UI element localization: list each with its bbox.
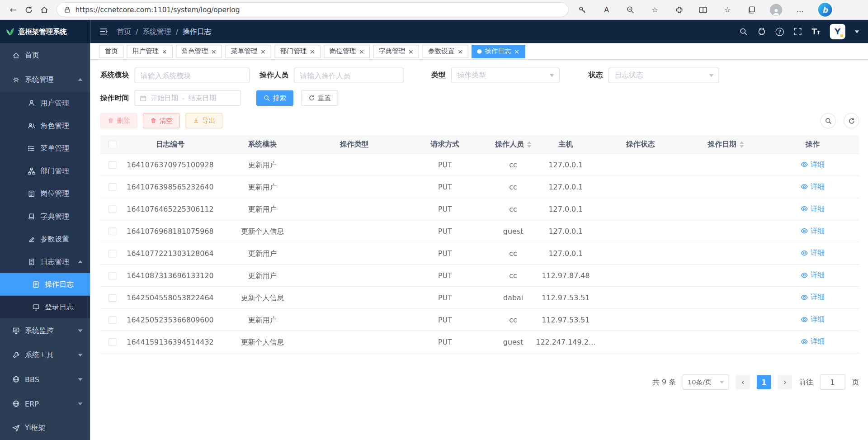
row-checkbox[interactable]	[108, 272, 116, 280]
sidebar-item-yi-framework[interactable]: Yi框架	[0, 416, 90, 440]
detail-link[interactable]: 详细	[801, 204, 825, 214]
row-checkbox[interactable]	[108, 184, 116, 191]
row-checkbox[interactable]	[108, 228, 116, 236]
tab-menu-mgmt[interactable]: 菜单管理×	[226, 45, 272, 58]
delete-button[interactable]: 删除	[100, 113, 137, 128]
collections-icon[interactable]	[745, 4, 758, 16]
operator-filter-input[interactable]	[294, 67, 403, 83]
tab-post-mgmt[interactable]: 岗位管理×	[324, 45, 370, 58]
close-icon[interactable]: ×	[408, 48, 414, 55]
sort-icon[interactable]	[739, 141, 744, 148]
refresh-button[interactable]	[21, 1, 37, 18]
sidebar-item-bbs[interactable]: BBS	[0, 367, 90, 392]
detail-link[interactable]: 详细	[801, 270, 825, 280]
row-checkbox[interactable]	[108, 206, 116, 213]
back-button[interactable]: ←	[5, 1, 21, 18]
date-range-picker[interactable]: 开始日期 - 结束日期	[135, 90, 241, 106]
tab-user-mgmt[interactable]: 用户管理×	[127, 45, 173, 58]
favorite-add-icon[interactable]: ☆	[649, 4, 661, 16]
module-filter-input[interactable]	[135, 67, 250, 83]
password-key-icon[interactable]	[576, 4, 589, 16]
user-avatar[interactable]: Y	[830, 24, 845, 39]
row-checkbox[interactable]	[108, 338, 116, 346]
profile-avatar[interactable]	[770, 4, 782, 16]
sidebar-item-login-log[interactable]: 登录日志	[0, 296, 90, 318]
sidebar-item-log-mgmt[interactable]: 日志管理	[0, 251, 90, 273]
close-icon[interactable]: ×	[260, 48, 266, 55]
toggle-search-button[interactable]	[821, 113, 836, 128]
tab-role-mgmt[interactable]: 角色管理×	[176, 45, 222, 58]
sidebar-item-post-mgmt[interactable]: 岗位管理	[0, 183, 90, 205]
detail-link[interactable]: 详细	[801, 160, 825, 170]
read-aloud-icon[interactable]: A	[600, 4, 613, 16]
search-button[interactable]: 搜索	[256, 90, 293, 106]
sidebar-item-home[interactable]: 首页	[0, 43, 90, 68]
sidebar-item-menu-mgmt[interactable]: 菜单管理	[0, 137, 90, 160]
search-icon[interactable]	[739, 27, 748, 36]
close-icon[interactable]: ×	[162, 48, 167, 55]
goto-page-input[interactable]	[820, 374, 845, 390]
row-checkbox[interactable]	[108, 250, 116, 258]
select-all-checkbox[interactable]	[108, 141, 116, 148]
breadcrumb-home[interactable]: 首页	[117, 27, 131, 37]
url-text[interactable]: https://ccnetcore.com:1101/system/log/op…	[75, 5, 240, 14]
detail-link[interactable]: 详细	[801, 182, 825, 192]
detail-link[interactable]: 详细	[801, 248, 825, 258]
tab-home[interactable]: 首页	[99, 45, 123, 58]
detail-link[interactable]: 详细	[801, 293, 825, 303]
tab-oper-log[interactable]: 操作日志×	[472, 45, 525, 58]
close-icon[interactable]: ×	[310, 48, 315, 55]
row-checkbox[interactable]	[108, 294, 116, 302]
favorites-bar-icon[interactable]: ☆	[722, 4, 734, 16]
sidebar-item-user-mgmt[interactable]: 用户管理	[0, 92, 90, 114]
sort-icon[interactable]	[527, 141, 531, 148]
sidebar-item-dept-mgmt[interactable]: 部门管理	[0, 160, 90, 182]
close-icon[interactable]: ×	[359, 48, 364, 55]
home-button[interactable]	[37, 1, 52, 18]
collapse-menu-icon[interactable]	[99, 27, 108, 36]
row-checkbox[interactable]	[108, 316, 116, 324]
close-icon[interactable]: ×	[458, 48, 463, 55]
github-icon[interactable]	[757, 27, 766, 36]
col-operator[interactable]: 操作人员	[491, 139, 536, 149]
fullscreen-icon[interactable]	[793, 27, 802, 36]
sidebar-item-erp[interactable]: ERP	[0, 392, 90, 416]
row-checkbox[interactable]	[108, 161, 116, 169]
chevron-down-icon[interactable]	[855, 30, 859, 33]
page-size-select[interactable]: 10条/页	[683, 374, 729, 390]
detail-link[interactable]: 详细	[801, 336, 825, 346]
page-1-button[interactable]: 1	[757, 375, 771, 389]
tab-dept-mgmt[interactable]: 部门管理×	[275, 45, 321, 58]
status-select[interactable]: 日志状态	[609, 67, 719, 83]
tab-dict-mgmt[interactable]: 字典管理×	[373, 45, 420, 58]
font-size-icon[interactable]: TT	[811, 27, 820, 36]
detail-link[interactable]: 详细	[801, 226, 825, 236]
type-select[interactable]: 操作类型	[451, 67, 560, 83]
sidebar-item-system-tools[interactable]: 系统工具	[0, 343, 90, 367]
next-page-button[interactable]: ›	[778, 375, 792, 389]
export-button[interactable]: 导出	[185, 113, 222, 128]
detail-link[interactable]: 详细	[801, 315, 825, 325]
tab-param-settings[interactable]: 参数设置×	[423, 45, 469, 58]
reset-button[interactable]: 重置	[301, 90, 338, 106]
zoom-out-icon[interactable]	[625, 4, 637, 16]
sidebar-item-dict-mgmt[interactable]: 字典管理	[0, 205, 90, 228]
help-icon[interactable]: ?	[776, 28, 784, 36]
breadcrumb-section[interactable]: 系统管理	[142, 27, 171, 37]
sidebar-item-param-settings[interactable]: 参数设置	[0, 228, 90, 251]
settings-more-icon[interactable]: …	[794, 4, 806, 16]
extensions-icon[interactable]	[673, 4, 685, 16]
address-bar[interactable]: https://ccnetcore.com:1101/system/log/op…	[57, 2, 569, 17]
copilot-icon[interactable]: b	[818, 3, 832, 17]
close-icon[interactable]: ×	[514, 48, 519, 55]
clear-button[interactable]: 清空	[143, 113, 180, 128]
sidebar-item-role-mgmt[interactable]: 角色管理	[0, 114, 90, 137]
prev-page-button[interactable]: ‹	[736, 375, 750, 389]
col-date[interactable]: 操作日期	[685, 139, 766, 149]
sidebar-item-system-monitor[interactable]: 系统监控	[0, 318, 90, 343]
sidebar-item-oper-log[interactable]: 操作日志	[0, 273, 90, 296]
refresh-table-button[interactable]	[844, 113, 859, 128]
split-screen-icon[interactable]	[697, 4, 709, 16]
sidebar-item-system-mgmt[interactable]: 系统管理	[0, 67, 90, 92]
close-icon[interactable]: ×	[211, 48, 217, 55]
